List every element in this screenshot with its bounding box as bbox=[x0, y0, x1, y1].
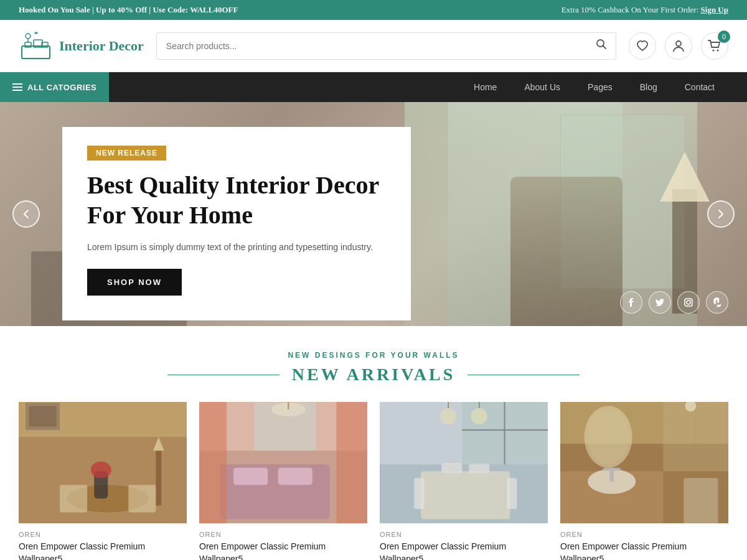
product-brand-4: OREN bbox=[560, 531, 728, 538]
search-button[interactable] bbox=[587, 39, 616, 53]
coupon-code: WALL40OFF bbox=[190, 5, 238, 14]
announcement-bar: Hooked On You Sale | Up to 40% Off | Use… bbox=[0, 0, 747, 20]
svg-rect-17 bbox=[19, 402, 187, 523]
svg-rect-43 bbox=[441, 463, 462, 474]
social-icons bbox=[620, 291, 728, 314]
slider-next-button[interactable] bbox=[707, 200, 735, 228]
svg-point-5 bbox=[26, 34, 31, 39]
svg-rect-59 bbox=[603, 468, 621, 470]
product-room-svg-1 bbox=[19, 402, 187, 523]
products-grid: OREN Oren Empower Classic Premium Wallpa… bbox=[19, 402, 728, 560]
cart-button[interactable]: 0 bbox=[701, 32, 728, 60]
hamburger-icon bbox=[12, 83, 22, 91]
svg-point-65 bbox=[685, 402, 697, 411]
heart-icon bbox=[636, 40, 649, 52]
shop-now-button[interactable]: SHOP NOW bbox=[87, 269, 182, 296]
product-card-4[interactable]: OREN Oren Empower Classic Premium Wallpa… bbox=[560, 402, 728, 560]
pinterest-icon[interactable] bbox=[706, 291, 728, 314]
hero-section: NEW RELEASE Best Quality Interior Decor … bbox=[0, 102, 747, 326]
nav-contact[interactable]: Contact bbox=[671, 72, 728, 102]
search-icon bbox=[596, 39, 607, 50]
svg-rect-39 bbox=[380, 464, 548, 523]
svg-rect-25 bbox=[29, 406, 57, 427]
svg-point-55 bbox=[588, 409, 629, 464]
svg-point-54 bbox=[585, 406, 632, 468]
facebook-icon[interactable] bbox=[620, 291, 642, 314]
all-categories-label: ALL CATOGRIES bbox=[27, 83, 96, 92]
twitter-icon[interactable] bbox=[649, 291, 671, 314]
slider-prev-button[interactable] bbox=[12, 200, 40, 228]
product-brand-1: OREN bbox=[19, 531, 187, 538]
svg-point-19 bbox=[67, 485, 149, 512]
section-title-row: NEW ARRIVALS bbox=[19, 365, 728, 385]
all-categories-button[interactable]: ALL CATOGRIES bbox=[0, 72, 109, 102]
svg-rect-18 bbox=[19, 437, 187, 523]
product-info-2: OREN Oren Empower Classic Premium Wallpa… bbox=[199, 523, 367, 560]
nav-about[interactable]: About Us bbox=[510, 72, 574, 102]
svg-point-57 bbox=[588, 469, 636, 494]
svg-rect-61 bbox=[663, 402, 728, 471]
nav-home[interactable]: Home bbox=[460, 72, 510, 102]
section-line-left bbox=[167, 375, 280, 375]
product-card[interactable]: OREN Oren Empower Classic Premium Wallpa… bbox=[19, 402, 187, 560]
nav-blog[interactable]: Blog bbox=[626, 72, 671, 102]
new-release-badge: NEW RELEASE bbox=[87, 146, 166, 161]
announcement-left-text: Hooked On You Sale | Up to 40% Off | Use… bbox=[19, 5, 190, 14]
logo[interactable]: Interior Decor bbox=[19, 29, 144, 63]
svg-rect-30 bbox=[220, 464, 329, 519]
svg-marker-27 bbox=[153, 437, 164, 450]
instagram-symbol bbox=[684, 298, 693, 307]
wishlist-button[interactable] bbox=[629, 32, 656, 60]
section-title: NEW ARRIVALS bbox=[292, 365, 455, 385]
svg-rect-34 bbox=[336, 402, 367, 523]
user-icon bbox=[673, 40, 684, 52]
svg-line-10 bbox=[603, 46, 606, 49]
svg-rect-31 bbox=[233, 468, 268, 485]
svg-rect-40 bbox=[421, 471, 510, 519]
product-name-1: Oren Empower Classic Premium Wallpaper5 bbox=[19, 541, 187, 560]
product-card-3[interactable]: OREN Oren Empower Classic Premium Wallpa… bbox=[380, 402, 548, 560]
chevron-left-icon bbox=[23, 209, 29, 219]
product-image-4 bbox=[560, 402, 728, 523]
logo-icon bbox=[19, 29, 53, 63]
product-info-1: OREN Oren Empower Classic Premium Wallpa… bbox=[19, 523, 187, 560]
svg-rect-44 bbox=[469, 463, 489, 474]
chevron-right-icon bbox=[718, 209, 724, 219]
svg-rect-35 bbox=[254, 403, 316, 450]
svg-point-21 bbox=[91, 462, 111, 478]
product-image-1 bbox=[19, 402, 187, 523]
twitter-symbol bbox=[655, 299, 664, 306]
new-arrivals-section: NEW DESINGS FOR YOUR WALLS NEW ARRIVALS bbox=[0, 326, 747, 560]
nav-pages[interactable]: Pages bbox=[574, 72, 626, 102]
svg-rect-26 bbox=[156, 450, 161, 505]
svg-rect-53 bbox=[560, 444, 728, 523]
svg-rect-41 bbox=[414, 478, 425, 509]
product-name-3: Oren Empower Classic Premium Wallpaper5 bbox=[380, 541, 548, 560]
product-image-2 bbox=[199, 402, 367, 523]
instagram-icon[interactable] bbox=[677, 291, 700, 314]
svg-rect-60 bbox=[684, 478, 718, 523]
section-subtitle: NEW DESINGS FOR YOUR WALLS bbox=[19, 351, 728, 360]
search-input[interactable] bbox=[157, 41, 587, 51]
svg-rect-58 bbox=[609, 468, 614, 482]
svg-rect-42 bbox=[507, 478, 517, 509]
svg-rect-24 bbox=[26, 403, 60, 430]
sign-up-link[interactable]: Sign Up bbox=[701, 5, 728, 14]
product-card-2[interactable]: OREN Oren Empower Classic Premium Wallpa… bbox=[199, 402, 367, 560]
product-info-4: OREN Oren Empower Classic Premium Wallpa… bbox=[560, 523, 728, 560]
account-button[interactable] bbox=[665, 32, 692, 60]
svg-point-16 bbox=[690, 300, 692, 301]
announcement-left: Hooked On You Sale | Up to 40% Off | Use… bbox=[19, 5, 238, 15]
hero-description: Lorem Ipsum is simply dummy text of the … bbox=[87, 240, 386, 254]
svg-rect-28 bbox=[199, 402, 367, 523]
svg-rect-22 bbox=[60, 485, 87, 512]
nav-links: Home About Us Pages Blog Contact bbox=[460, 72, 747, 102]
hero-title: Best Quality Interior Decor For Your Hom… bbox=[87, 170, 386, 230]
svg-rect-33 bbox=[199, 402, 227, 523]
svg-rect-32 bbox=[278, 468, 312, 485]
svg-rect-38 bbox=[380, 402, 548, 523]
announcement-right: Extra 10% Cashback On Your First Order: … bbox=[561, 5, 728, 15]
svg-rect-56 bbox=[560, 471, 663, 523]
product-name-4: Oren Empower Classic Premium Wallpaper5 bbox=[560, 541, 728, 560]
svg-rect-0 bbox=[22, 46, 50, 58]
